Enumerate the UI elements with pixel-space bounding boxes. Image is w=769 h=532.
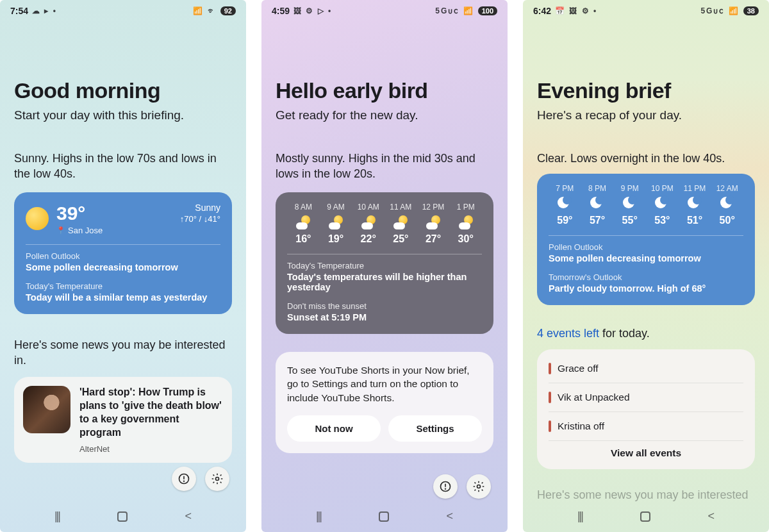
- news-intro-faded: Here's some news you may be interested: [537, 487, 755, 503]
- battery-badge: 92: [220, 6, 236, 15]
- event-color-bar: [549, 363, 551, 374]
- sun-icon: [26, 207, 49, 230]
- weather-line: Today's Temperature Today's temperatures…: [287, 261, 482, 292]
- status-right-icons: 5Gᴜᴄ 📶: [700, 6, 739, 15]
- news-card[interactable]: 'Hard stop': How Trump is plans to 'give…: [14, 377, 232, 463]
- nav-back[interactable]: <: [708, 510, 715, 523]
- nav-recents[interactable]: |||: [316, 510, 321, 523]
- hour-slot: 12 AM50°: [711, 184, 743, 226]
- report-button[interactable]: [172, 467, 196, 491]
- view-all-events-button[interactable]: View all events: [549, 441, 743, 459]
- greeting-subtitle: Start your day with this briefing.: [14, 108, 232, 122]
- moon-icon: [558, 197, 569, 208]
- battery-badge: 100: [478, 6, 497, 15]
- status-bar: 7:54 ☁ ▸ • 📶 ᯤ 92: [0, 0, 246, 18]
- not-now-button[interactable]: Not now: [287, 415, 381, 442]
- events-lead: 4 events left for today.: [537, 327, 755, 340]
- nav-home[interactable]: [379, 511, 389, 522]
- status-time: 4:59: [272, 6, 290, 16]
- status-right-icons: 5Gᴜᴄ 📶: [435, 6, 474, 15]
- gear-icon: [472, 480, 485, 493]
- weather-summary: Mostly sunny. Highs in the mid 30s and l…: [276, 151, 493, 182]
- screen-evening: 6:42 📅 🖼 ⚙ • 5Gᴜᴄ 📶 38 Evening brief Her…: [523, 0, 769, 532]
- greeting-title: Good morning: [14, 78, 232, 103]
- news-thumbnail: [23, 386, 70, 433]
- hour-slot: 8 PM57°: [581, 184, 614, 226]
- report-button[interactable]: [433, 474, 458, 499]
- hour-slot: 10 AM22°: [352, 203, 384, 245]
- hour-slot: 8 AM16°: [287, 203, 320, 245]
- divider: [26, 244, 220, 245]
- hour-slot: 7 PM59°: [549, 184, 581, 226]
- nav-recents[interactable]: |||: [577, 510, 583, 523]
- hour-slot: 9 AM19°: [320, 203, 352, 245]
- status-bar: 4:59 🖼 ⚙ ▷ • 5Gᴜᴄ 📶 100: [261, 0, 508, 18]
- hourly-forecast: 7 PM59° 8 PM57° 9 PM55° 10 PM53° 11 PM51…: [549, 184, 743, 226]
- gear-icon: [211, 472, 224, 485]
- hour-slot: 10 PM53°: [646, 184, 679, 226]
- greeting-subtitle: Here's a recap of your day.: [537, 108, 755, 122]
- weather-line: Today's Temperature Today will be a simi…: [26, 281, 220, 303]
- nav-back[interactable]: <: [447, 510, 454, 523]
- weather-card[interactable]: 8 AM16° 9 AM19° 10 AM22° 11 AM25° 12 PM2…: [276, 192, 493, 334]
- battery-badge: 38: [743, 6, 759, 15]
- hour-slot: 11 PM51°: [679, 184, 711, 226]
- event-row[interactable]: Grace off: [549, 354, 743, 383]
- status-left-icons: ☁ ▸ •: [32, 6, 57, 15]
- screen-earlybird: 4:59 🖼 ⚙ ▷ • 5Gᴜᴄ 📶 100 Hello early bird…: [261, 0, 508, 532]
- status-bar: 6:42 📅 🖼 ⚙ • 5Gᴜᴄ 📶 38: [523, 0, 769, 18]
- weather-card[interactable]: 7 PM59° 8 PM57° 9 PM55° 10 PM53° 11 PM51…: [537, 174, 755, 305]
- weather-line: Tomorrow's Outlook Partly cloudy tomorro…: [549, 272, 743, 294]
- location-label: 📍 San Jose: [56, 226, 103, 235]
- nav-back[interactable]: <: [185, 510, 192, 523]
- settings-button[interactable]: Settings: [388, 415, 482, 442]
- svg-point-3: [216, 478, 219, 481]
- greeting-title: Hello early bird: [276, 78, 493, 103]
- nav-recents[interactable]: |||: [54, 510, 60, 523]
- weather-summary: Clear. Lows overnight in the low 40s.: [537, 151, 755, 166]
- hour-slot: 12 PM27°: [417, 203, 450, 245]
- events-count-link[interactable]: 4 events left: [537, 327, 599, 340]
- hour-slot: 1 PM30°: [449, 203, 482, 245]
- weather-line: Pollen Outlook Some pollen decreasing to…: [26, 251, 220, 272]
- nav-home[interactable]: [640, 511, 650, 522]
- events-card: Grace off Vik at Unpacked Kristina off V…: [537, 349, 755, 469]
- nav-home[interactable]: [117, 511, 128, 522]
- status-time: 6:42: [533, 6, 551, 16]
- event-row[interactable]: Kristina off: [549, 412, 743, 441]
- nav-bar: ||| <: [523, 506, 769, 527]
- svg-point-6: [445, 488, 446, 489]
- hourly-forecast: 8 AM16° 9 AM19° 10 AM22° 11 AM25° 12 PM2…: [287, 203, 482, 245]
- weather-card[interactable]: 39° 📍 San Jose Sunny ↑70° / ↓41° Pollen …: [14, 192, 232, 314]
- greeting-title: Evening brief: [537, 78, 755, 103]
- status-time: 7:54: [10, 6, 28, 16]
- condition-text: Sunny: [180, 203, 220, 213]
- event-color-bar: [549, 392, 551, 403]
- svg-point-2: [184, 481, 185, 481]
- status-right-icons: 📶 ᯤ: [193, 6, 216, 15]
- hour-slot: 11 AM25°: [384, 203, 417, 245]
- current-temp: 39°: [56, 203, 103, 224]
- hi-lo-text: ↑70° / ↓41°: [180, 214, 220, 224]
- settings-button[interactable]: [205, 467, 229, 491]
- location-pin-icon: 📍: [56, 226, 65, 235]
- nav-bar: ||| <: [0, 506, 246, 527]
- alert-icon: [178, 472, 190, 485]
- weather-line: Don't miss the sunset Sunset at 5:19 PM: [287, 301, 482, 322]
- divider: [287, 254, 482, 254]
- news-source: AlterNet: [79, 444, 223, 454]
- greeting-subtitle: Get ready for the new day.: [276, 108, 493, 122]
- event-row[interactable]: Vik at Unpacked: [549, 383, 743, 412]
- settings-fab[interactable]: [467, 474, 491, 499]
- weather-summary: Sunny. Highs in the low 70s and lows in …: [14, 151, 232, 182]
- prompt-text: To see YouTube Shorts in your Now brief,…: [287, 363, 482, 405]
- svg-point-7: [477, 485, 481, 488]
- news-intro: Here's some news you may be interested i…: [14, 337, 232, 369]
- status-left-icons: 📅 🖼 ⚙ •: [555, 6, 597, 15]
- alert-icon: [439, 480, 452, 493]
- news-headline: 'Hard stop': How Trump is plans to 'give…: [79, 386, 223, 439]
- weather-line: Pollen Outlook Some pollen decreasing to…: [549, 242, 743, 263]
- event-color-bar: [549, 420, 551, 432]
- divider: [549, 235, 743, 236]
- screen-morning: 7:54 ☁ ▸ • 📶 ᯤ 92 Good morning Start you…: [0, 0, 246, 532]
